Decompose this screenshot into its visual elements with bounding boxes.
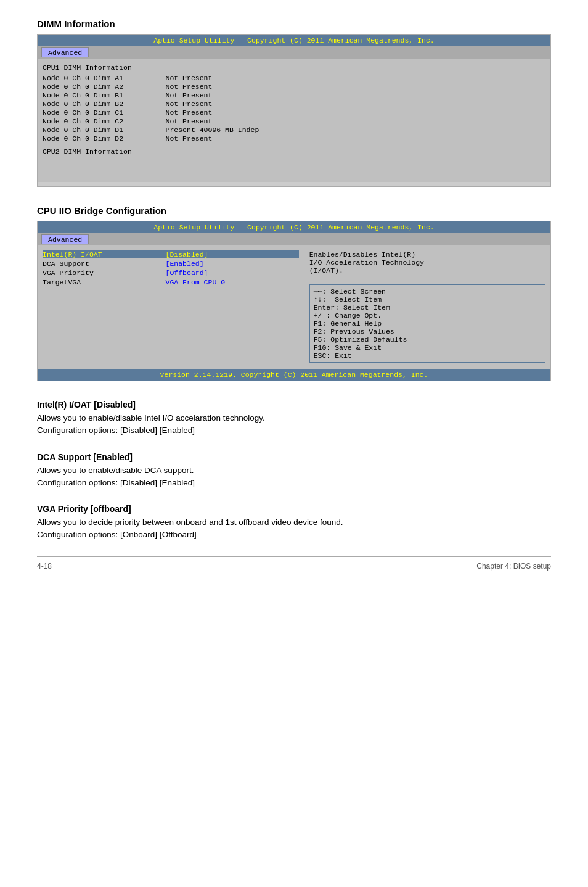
cpu2-heading: CPU2 DIMM Information — [43, 147, 299, 155]
dimm-row-value: Not Present — [166, 109, 299, 117]
dimm-row-value: Not Present — [166, 134, 299, 142]
iio-bios-screen: Aptio Setup Utility - Copyright (C) 2011… — [37, 221, 551, 381]
iio-help-box: →←: Select Screen ↑↓: Select Item Enter:… — [309, 284, 545, 363]
iio-right-panel: Enables/Disables Intel(R) I/O Accelerati… — [304, 245, 550, 369]
dimm-row-label: Node 0 Ch 0 Dimm A2 — [43, 83, 166, 91]
iio-row-value: [Enabled] — [166, 260, 299, 268]
page-footer: 4-18 Chapter 4: BIOS setup — [37, 562, 551, 571]
iio-bios-header: Aptio Setup Utility - Copyright (C) 2011… — [38, 221, 550, 233]
dimm-bios-body: CPU1 DIMM Information Node 0 Ch 0 Dimm A… — [38, 59, 550, 182]
dimm-row-label: Node 0 Ch 0 Dimm D2 — [43, 134, 166, 142]
dimm-left-panel: CPU1 DIMM Information Node 0 Ch 0 Dimm A… — [38, 59, 304, 182]
vga-desc-text: Allows you to decide priority between on… — [37, 516, 551, 542]
iio-row[interactable]: Intel(R) I/OAT[Disabled] — [43, 250, 299, 258]
dimm-row: Node 0 Ch 0 Dimm A2Not Present — [43, 83, 299, 91]
iio-row-label: Intel(R) I/OAT — [43, 250, 166, 258]
dimm-row: Node 0 Ch 0 Dimm D2Not Present — [43, 134, 299, 142]
dca-desc-title: DCA Support [Enabled] — [37, 452, 551, 462]
dimm-row: Node 0 Ch 0 Dimm B2Not Present — [43, 100, 299, 108]
dimm-row: Node 0 Ch 0 Dimm B1Not Present — [43, 91, 299, 99]
ioat-desc-text: Allows you to enable/disable Intel I/O a… — [37, 412, 551, 437]
iio-title: CPU IIO Bridge Configuration — [37, 205, 551, 216]
dimm-row: Node 0 Ch 0 Dimm C2Not Present — [43, 117, 299, 125]
ioat-desc-title: Intel(R) I/OAT [Disabled] — [37, 400, 551, 410]
iio-bios-footer: Version 2.14.1219. Copyright (C) 2011 Am… — [38, 369, 550, 381]
dimm-row-value: Not Present — [166, 100, 299, 108]
dimm-section: DIMM Information Aptio Setup Utility - C… — [37, 19, 551, 187]
dimm-row-label: Node 0 Ch 0 Dimm C2 — [43, 117, 166, 125]
iio-row-label: DCA Support — [43, 260, 166, 268]
dimm-rows-container: Node 0 Ch 0 Dimm A1Not PresentNode 0 Ch … — [43, 74, 299, 142]
dimm-row: Node 0 Ch 0 Dimm C1Not Present — [43, 109, 299, 117]
cpu1-heading: CPU1 DIMM Information — [43, 64, 299, 72]
iio-row-value: [Disabled] — [166, 250, 299, 258]
page-number: 4-18 — [37, 562, 52, 571]
iio-bios-body: Intel(R) I/OAT[Disabled]DCA Support[Enab… — [38, 245, 550, 369]
vga-desc-title: VGA Priority [offboard] — [37, 504, 551, 514]
dimm-row-label: Node 0 Ch 0 Dimm A1 — [43, 74, 166, 82]
iio-row[interactable]: DCA Support[Enabled] — [43, 260, 299, 268]
vga-desc-section: VGA Priority [offboard] Allows you to de… — [37, 504, 551, 542]
ioat-desc-section: Intel(R) I/OAT [Disabled] Allows you to … — [37, 400, 551, 437]
dimm-row-value: Not Present — [166, 91, 299, 99]
iio-tab-bar: Advanced — [38, 233, 550, 245]
iio-row-value: VGA From CPU 0 — [166, 278, 299, 286]
iio-tab-advanced[interactable]: Advanced — [41, 234, 89, 244]
dimm-bios-screen: Aptio Setup Utility - Copyright (C) 2011… — [37, 34, 551, 187]
dimm-tab-advanced[interactable]: Advanced — [41, 47, 89, 57]
dca-desc-text: Allows you to enable/disable DCA support… — [37, 464, 551, 490]
dimm-row: Node 0 Ch 0 Dimm D1Present 40096 MB Inde… — [43, 126, 299, 134]
dimm-row-label: Node 0 Ch 0 Dimm C1 — [43, 109, 166, 117]
dimm-row-label: Node 0 Ch 0 Dimm D1 — [43, 126, 166, 134]
dimm-row: Node 0 Ch 0 Dimm A1Not Present — [43, 74, 299, 82]
dimm-dashed-separator — [38, 186, 550, 186]
iio-section: CPU IIO Bridge Configuration Aptio Setup… — [37, 205, 551, 381]
dimm-bios-header: Aptio Setup Utility - Copyright (C) 2011… — [38, 35, 550, 46]
iio-row[interactable]: VGA Priority[Offboard] — [43, 269, 299, 277]
iio-row-label: VGA Priority — [43, 269, 166, 277]
dimm-row-value: Present 40096 MB Indep — [166, 126, 299, 134]
dimm-row-value: Not Present — [166, 74, 299, 82]
page-divider — [37, 556, 551, 557]
dimm-row-value: Not Present — [166, 117, 299, 125]
iio-row[interactable]: TargetVGAVGA From CPU 0 — [43, 278, 299, 286]
dimm-tab-bar: Advanced — [38, 46, 550, 59]
iio-left-panel: Intel(R) I/OAT[Disabled]DCA Support[Enab… — [38, 245, 304, 369]
dimm-row-label: Node 0 Ch 0 Dimm B2 — [43, 100, 166, 108]
dimm-title: DIMM Information — [37, 19, 551, 29]
iio-row-value: [Offboard] — [166, 269, 299, 277]
chapter-label: Chapter 4: BIOS setup — [476, 562, 551, 571]
dimm-right-panel — [304, 59, 550, 182]
dca-desc-section: DCA Support [Enabled] Allows you to enab… — [37, 452, 551, 490]
iio-right-description: Enables/Disables Intel(R) I/O Accelerati… — [309, 250, 545, 274]
dimm-row-value: Not Present — [166, 83, 299, 91]
dimm-row-label: Node 0 Ch 0 Dimm B1 — [43, 91, 166, 99]
iio-row-label: TargetVGA — [43, 278, 166, 286]
